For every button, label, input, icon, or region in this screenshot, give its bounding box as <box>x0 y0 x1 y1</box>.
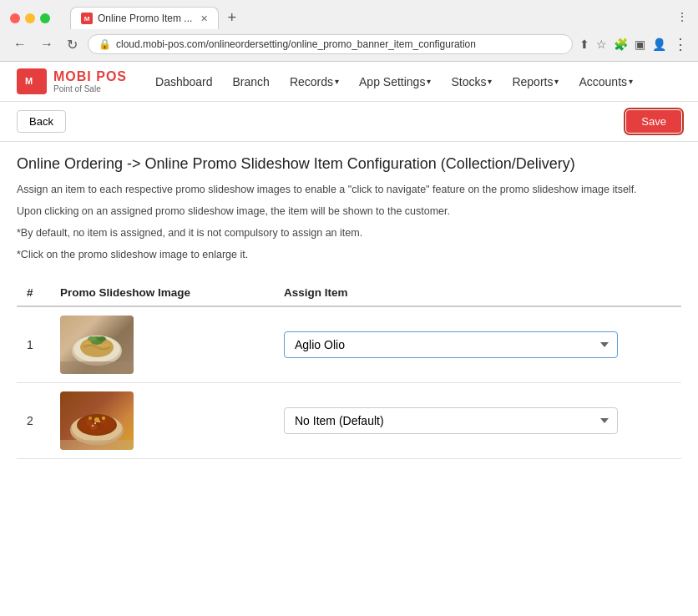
page-desc-2: Upon clicking on an assigned promo slide… <box>17 203 681 220</box>
bowl-svg <box>60 391 134 450</box>
page-desc-3: *By default, no item is assigned, and it… <box>17 225 681 241</box>
save-button[interactable]: Save <box>626 110 681 133</box>
window-controls <box>10 13 50 23</box>
url-bar[interactable]: 🔒 cloud.mobi-pos.com/onlineordersetting/… <box>88 34 573 54</box>
svg-point-19 <box>89 417 92 420</box>
logo-sub: Point of Sale <box>53 84 127 93</box>
table-header-row: # Promo Slideshow Image Assign Item <box>17 280 681 306</box>
page-toolbar: Back Save <box>0 102 698 142</box>
nav-dashboard[interactable]: Dashboard <box>147 70 221 93</box>
config-table: # Promo Slideshow Image Assign Item 1 <box>17 280 681 459</box>
active-tab[interactable]: M Online Promo Item ... ✕ <box>70 7 219 29</box>
table-row: 1 <box>17 306 681 383</box>
col-assign: Assign Item <box>234 280 681 306</box>
nav-accounts[interactable]: Accounts ▾ <box>570 70 641 93</box>
row2-assign-cell: No Item (Default) Aglio Olio Carbonara B… <box>234 383 681 459</box>
row2-assign-select[interactable]: No Item (Default) Aglio Olio Carbonara B… <box>284 407 618 434</box>
accounts-caret-icon: ▾ <box>629 77 633 86</box>
browser-toolbar-icons: ⬆ ☆ 🧩 ▣ 👤 ⋮ <box>579 35 688 53</box>
tab-bar: M Online Promo Item ... ✕ + <box>70 7 241 29</box>
maximize-dot[interactable] <box>40 13 50 23</box>
nav-stocks[interactable]: Stocks ▾ <box>443 70 500 93</box>
browser-chrome: M Online Promo Item ... ✕ + ⋮ ← → ↻ 🔒 cl… <box>0 0 698 62</box>
svg-point-20 <box>102 417 105 420</box>
col-num: # <box>17 280 50 306</box>
app-header: M MOBI POS Point of Sale Dashboard Branc… <box>0 62 698 102</box>
nav-app-settings[interactable]: App Settings ▾ <box>351 70 439 93</box>
logo-text-group: MOBI POS Point of Sale <box>53 69 127 93</box>
browser-menu-dots[interactable]: ⋮ <box>673 35 688 53</box>
svg-point-23 <box>92 425 94 427</box>
forward-nav-button[interactable]: → <box>37 35 57 53</box>
row1-num: 1 <box>17 306 50 383</box>
browser-menu-icon[interactable]: ⋮ <box>676 10 688 23</box>
stocks-caret-icon: ▾ <box>488 77 492 86</box>
new-tab-button[interactable]: + <box>222 8 241 28</box>
row1-assign-select[interactable]: Aglio Olio No Item (Default) Carbonara B… <box>284 331 618 358</box>
main-nav: Dashboard Branch Records ▾ App Settings … <box>147 70 681 93</box>
row2-promo-image[interactable] <box>60 391 134 450</box>
back-button[interactable]: Back <box>17 110 66 133</box>
tab-favicon: M <box>81 13 93 24</box>
logo-box: M <box>17 68 47 94</box>
svg-point-7 <box>98 336 106 341</box>
svg-point-22 <box>99 421 100 422</box>
nav-reports[interactable]: Reports ▾ <box>503 70 567 93</box>
row2-image-cell[interactable] <box>50 383 234 459</box>
app-settings-caret-icon: ▾ <box>427 77 431 86</box>
page-desc-1: Assign an item to each respective promo … <box>17 181 681 198</box>
bookmark-icon[interactable]: ☆ <box>596 38 607 51</box>
browser-titlebar: M Online Promo Item ... ✕ + ⋮ <box>0 0 698 29</box>
logo-title: MOBI POS <box>53 69 127 84</box>
sidebar-toggle-icon[interactable]: ▣ <box>635 38 645 51</box>
row1-image-cell[interactable] <box>50 306 234 383</box>
tab-title: Online Promo Item ... <box>98 13 192 24</box>
pasta-svg <box>60 316 134 374</box>
row2-num: 2 <box>17 383 50 459</box>
reload-button[interactable]: ↻ <box>63 35 81 54</box>
lock-icon: 🔒 <box>99 38 111 50</box>
svg-rect-24 <box>60 440 134 450</box>
app-logo: M MOBI POS Point of Sale <box>17 68 127 94</box>
table-row: 2 <box>17 383 681 459</box>
row1-assign-cell: Aglio Olio No Item (Default) Carbonara B… <box>234 306 681 383</box>
page-title: Online Ordering -> Online Promo Slidesho… <box>17 155 681 173</box>
profile-icon[interactable]: 👤 <box>652 38 666 51</box>
nav-branch[interactable]: Branch <box>225 70 278 93</box>
row1-promo-image[interactable] <box>60 316 134 374</box>
close-dot[interactable] <box>10 13 20 23</box>
svg-rect-8 <box>60 361 134 374</box>
nav-records[interactable]: Records ▾ <box>281 70 347 93</box>
svg-point-21 <box>94 422 96 424</box>
svg-point-6 <box>88 336 96 341</box>
back-nav-button[interactable]: ← <box>10 35 30 53</box>
url-text: cloud.mobi-pos.com/onlineordersetting/on… <box>116 38 562 50</box>
address-bar-row: ← → ↻ 🔒 cloud.mobi-pos.com/onlineorderse… <box>0 29 698 61</box>
share-icon[interactable]: ⬆ <box>579 38 589 51</box>
page-desc-4: *Click on the promo slideshow image to e… <box>17 246 681 263</box>
logo-icon: M <box>23 72 40 88</box>
minimize-dot[interactable] <box>25 13 35 23</box>
extensions-icon[interactable]: 🧩 <box>614 38 628 51</box>
records-caret-icon: ▾ <box>335 77 339 86</box>
reports-caret-icon: ▾ <box>554 77 559 86</box>
svg-text:M: M <box>25 76 33 86</box>
tab-close-icon[interactable]: ✕ <box>200 13 208 24</box>
page-content: Online Ordering -> Online Promo Slidesho… <box>0 142 698 472</box>
col-image: Promo Slideshow Image <box>50 280 234 306</box>
